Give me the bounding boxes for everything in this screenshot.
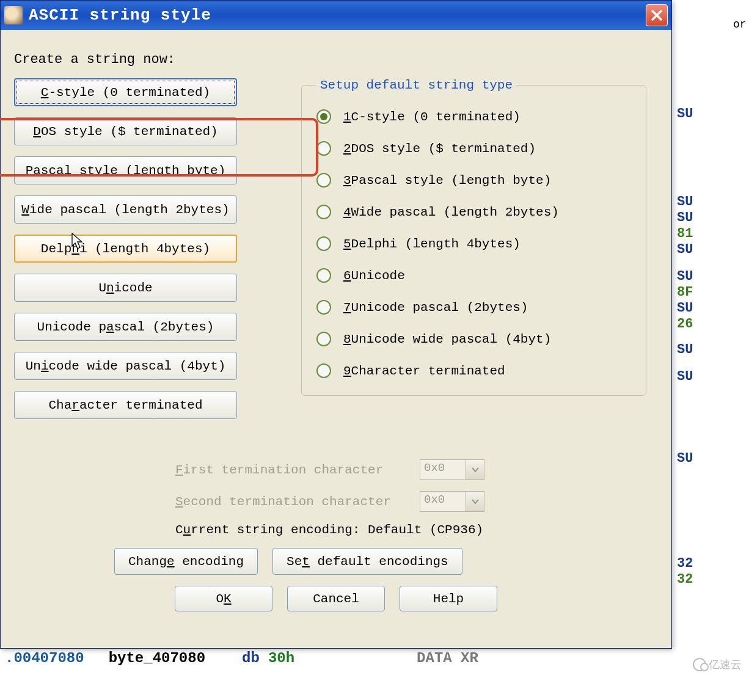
radio-icon xyxy=(316,363,331,378)
radio-icon xyxy=(316,173,331,188)
radio-unicode-wide-pascal[interactable]: 8 Unicode wide pascal (4byt) xyxy=(316,332,631,346)
radio-icon xyxy=(316,109,331,124)
bg-frag: SU xyxy=(677,194,693,210)
watermark: 亿速云 xyxy=(693,657,742,672)
cancel-button[interactable]: Cancel xyxy=(287,586,385,611)
char-terminated-button[interactable]: Character terminated xyxy=(14,391,237,419)
radio-cstyle[interactable]: 1 C-style (0 terminated) xyxy=(316,109,631,124)
group-legend: Setup default string type xyxy=(316,78,516,92)
bg-frag: 32 xyxy=(677,572,693,587)
app-icon xyxy=(4,6,23,24)
bg-frag: SU xyxy=(677,210,693,225)
unicode-wide-pascal-button[interactable]: Unicode wide pascal (4byt) xyxy=(14,352,237,380)
close-button[interactable] xyxy=(646,4,668,26)
radio-unicode[interactable]: 6 Unicode xyxy=(316,268,631,283)
delphi-button[interactable]: Delphi (length 4bytes) xyxy=(14,235,237,263)
set-default-encodings-button[interactable]: Set default encodings xyxy=(272,548,462,575)
bg-frag: SU xyxy=(677,451,693,466)
bg-frag: 8F xyxy=(677,285,693,300)
disassembly-strip: .00407080 byte_407080 db 30h DATA XR xyxy=(0,650,478,674)
dos-style-button[interactable]: DOS style ($ terminated) xyxy=(14,117,237,145)
dialog-window: ASCII string style Create a string now: … xyxy=(0,0,672,649)
window-title: ASCII string style xyxy=(29,6,211,24)
help-button[interactable]: Help xyxy=(400,586,497,611)
bg-frag: SU xyxy=(677,342,693,357)
bg-frag: SU xyxy=(677,369,693,384)
radio-pascal[interactable]: 3 Pascal style (length byte) xyxy=(316,173,631,188)
bg-frag: SU xyxy=(677,269,693,284)
wide-pascal-button[interactable]: Wide pascal (length 2bytes) xyxy=(14,195,237,224)
bg-frag: 32 xyxy=(677,556,693,571)
pascal-style-button[interactable]: Pascal style (length byte) xyxy=(14,156,237,184)
radio-icon xyxy=(316,205,331,219)
bg-frag: SU xyxy=(677,106,693,122)
prompt-label: Create a string now: xyxy=(14,52,658,67)
default-type-group: Setup default string type 1 C-style (0 t… xyxy=(301,78,646,396)
radio-icon xyxy=(316,141,331,156)
titlebar[interactable]: ASCII string style xyxy=(1,1,671,30)
change-encoding-button[interactable]: Change encoding xyxy=(114,548,258,575)
close-icon xyxy=(651,9,663,21)
radio-unicode-pascal[interactable]: 7 Unicode pascal (2bytes) xyxy=(316,300,631,315)
second-term-combo[interactable]: 0x0 xyxy=(420,491,466,512)
ok-button[interactable]: OK xyxy=(175,586,272,611)
dropdown-icon[interactable] xyxy=(466,459,484,480)
encoding-label: Current string encoding: Default (CP936) xyxy=(175,523,483,537)
unicode-pascal-button[interactable]: Unicode pascal (2bytes) xyxy=(14,313,237,341)
create-buttons-column: C-style (0 terminated) DOS style ($ term… xyxy=(14,78,240,430)
bg-frag: 81 xyxy=(677,226,693,241)
radio-icon xyxy=(316,300,331,315)
radio-icon xyxy=(316,236,331,251)
first-term-label: First termination character xyxy=(175,463,420,477)
radio-char-terminated[interactable]: 9 Character terminated xyxy=(316,363,631,378)
dropdown-icon[interactable] xyxy=(466,491,484,512)
bg-frag: SU xyxy=(677,301,693,316)
radio-icon xyxy=(316,268,331,283)
first-term-combo[interactable]: 0x0 xyxy=(420,459,466,480)
radio-dos[interactable]: 2 DOS style ($ terminated) xyxy=(316,141,631,156)
radio-wide-pascal[interactable]: 4 Wide pascal (length 2bytes) xyxy=(316,205,631,219)
radio-icon xyxy=(316,332,331,346)
bg-frag: 26 xyxy=(677,316,693,332)
radio-delphi[interactable]: 5 Delphi (length 4bytes) xyxy=(316,236,631,251)
unicode-button[interactable]: Unicode xyxy=(14,274,237,302)
second-term-label: Second termination character xyxy=(175,495,420,509)
cstyle-button[interactable]: C-style (0 terminated) xyxy=(14,78,237,106)
bg-text: or xyxy=(733,18,747,31)
watermark-icon xyxy=(693,658,706,671)
bg-frag: SU xyxy=(677,242,693,257)
